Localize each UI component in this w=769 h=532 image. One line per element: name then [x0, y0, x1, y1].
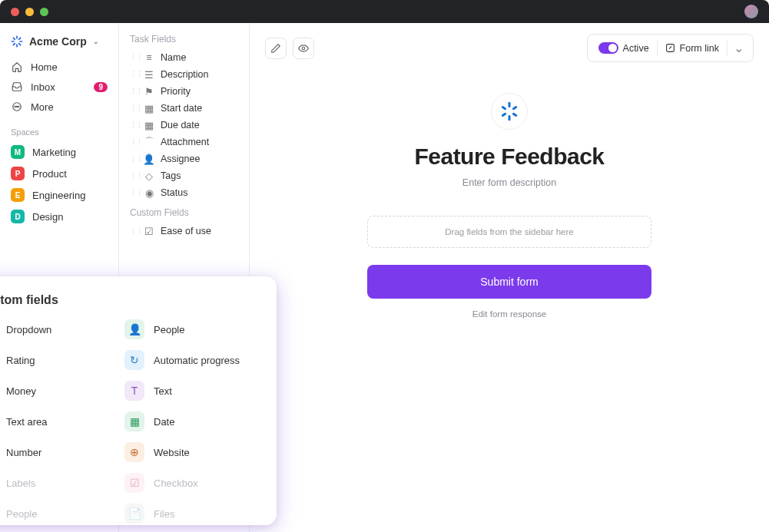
window-titlebar [0, 0, 769, 23]
cf-type-label: Rating [6, 355, 35, 366]
cf-type-date[interactable]: ▦Date [124, 410, 261, 433]
drag-handle-icon[interactable]: ⋮⋮ [130, 191, 138, 194]
field-label: Due date [161, 120, 200, 131]
edit-form-response-link[interactable]: Edit form response [348, 309, 671, 319]
field-start-date[interactable]: ⋮⋮▦Start date [122, 100, 246, 117]
nav-home[interactable]: Home [5, 57, 114, 77]
field-type-icon: ◉ [144, 187, 154, 198]
field-due-date[interactable]: ⋮⋮▦Due date [122, 117, 246, 134]
cf-type-rating[interactable]: ☆Rating [0, 349, 114, 372]
space-item-product[interactable]: PProduct [5, 163, 114, 184]
field-description[interactable]: ⋮⋮☰Description [122, 66, 246, 83]
svg-line-4 [13, 38, 15, 39]
workspace-logo-icon [11, 35, 23, 48]
field-tags[interactable]: ⋮⋮◇Tags [122, 167, 246, 184]
field-type-icon: ◇ [144, 170, 154, 181]
cf-type-people[interactable]: 👤People [124, 318, 261, 341]
field-label: Start date [161, 103, 202, 114]
form-link-button[interactable]: Form link [658, 40, 727, 57]
app-shell: Acme Corp ⌄ Home Inbox 9 More Spaces MMa… [0, 23, 769, 532]
svg-point-11 [18, 106, 19, 107]
svg-line-6 [13, 44, 15, 45]
field-assignee[interactable]: ⋮⋮👤Assignee [122, 150, 246, 167]
maximize-window-button[interactable] [40, 8, 48, 16]
nav-inbox[interactable]: Inbox 9 [5, 77, 114, 97]
drag-handle-icon[interactable]: ⋮⋮ [130, 140, 138, 144]
space-color-icon: D [11, 210, 25, 223]
cf-type-text-area[interactable]: ¶Text area [0, 410, 114, 433]
cf-type-number[interactable]: #Number [0, 441, 114, 464]
field-name[interactable]: ⋮⋮≡Name [122, 49, 246, 66]
svg-point-12 [302, 47, 305, 50]
custom-fields-header: Custom Fields [122, 207, 246, 223]
custom-fields-popover: Custom fields ▾Dropdown👤People☆Rating↻Au… [0, 276, 277, 525]
cf-type-label: Labels [6, 477, 35, 489]
space-label: Product [32, 168, 67, 180]
form-logo[interactable] [491, 93, 528, 130]
svg-point-10 [16, 106, 17, 107]
workspace-switcher[interactable]: Acme Corp ⌄ [5, 31, 114, 57]
window-controls[interactable] [11, 8, 48, 16]
form-description[interactable]: Enter form description [348, 177, 671, 188]
space-item-design[interactable]: DDesign [5, 206, 114, 227]
nav-more-label: More [31, 101, 54, 113]
more-icon [11, 101, 23, 113]
task-fields-header: Task Fields [122, 34, 246, 49]
preview-button[interactable] [293, 38, 314, 59]
space-color-icon: E [11, 188, 25, 202]
space-label: Design [32, 211, 63, 223]
cf-type-website[interactable]: ⊕Website [124, 441, 261, 464]
link-icon [665, 43, 675, 53]
cf-type-text[interactable]: TText [124, 379, 261, 402]
toolbar-right: Active Form link ⌄ [587, 34, 754, 62]
cf-type-label: Dropdown [6, 324, 51, 335]
form-link-menu-button[interactable]: ⌄ [728, 38, 750, 58]
cf-type-label: Website [154, 447, 190, 458]
cf-type-label: Text area [6, 416, 47, 428]
cf-type-icon: ⊕ [124, 442, 144, 462]
field-type-icon: ☑ [144, 226, 154, 236]
nav-more[interactable]: More [5, 97, 114, 117]
workspace-name: Acme Corp [29, 35, 87, 48]
field-ease-of-use[interactable]: ⋮⋮☑Ease of use [122, 223, 246, 240]
field-attachment[interactable]: ⋮⋮⌒Attachment [122, 134, 246, 150]
field-label: Name [161, 52, 186, 63]
drag-handle-icon[interactable]: ⋮⋮ [130, 174, 138, 177]
drag-handle-icon[interactable]: ⋮⋮ [130, 107, 138, 110]
cf-type-labels[interactable]: ◇Labels [0, 471, 114, 494]
drag-handle-icon[interactable]: ⋮⋮ [130, 157, 138, 160]
svg-line-5 [19, 44, 21, 45]
submit-form-button[interactable]: Submit form [367, 265, 651, 299]
field-dropzone[interactable]: Drag fields from the sidebar here [367, 216, 651, 248]
cf-type-people[interactable]: 👤People [0, 502, 114, 525]
drag-handle-icon[interactable]: ⋮⋮ [130, 56, 138, 59]
space-color-icon: M [11, 145, 25, 159]
space-item-engineering[interactable]: EEngineering [5, 184, 114, 206]
field-type-icon: 👤 [144, 154, 154, 164]
cf-type-files[interactable]: 📄Files [124, 502, 261, 525]
inbox-icon [11, 81, 23, 93]
cf-type-checkbox[interactable]: ☑Checkbox [124, 471, 261, 494]
drag-handle-icon[interactable]: ⋮⋮ [130, 230, 138, 233]
field-priority[interactable]: ⋮⋮⚑Priority [122, 83, 246, 100]
form-title[interactable]: Feature Feedback [348, 144, 671, 170]
space-item-marketing[interactable]: MMarketing [5, 141, 114, 163]
drag-handle-icon[interactable]: ⋮⋮ [130, 73, 138, 76]
cf-type-dropdown[interactable]: ▾Dropdown [0, 318, 114, 341]
cf-type-money[interactable]: $Money [0, 379, 114, 402]
cf-type-icon: T [124, 381, 144, 401]
minimize-window-button[interactable] [25, 8, 34, 16]
cf-type-label: Money [6, 385, 36, 397]
edit-button[interactable] [265, 38, 287, 59]
close-window-button[interactable] [11, 8, 19, 16]
field-status[interactable]: ⋮⋮◉Status [122, 184, 246, 201]
field-label: Description [161, 69, 209, 80]
field-type-icon: ⌒ [144, 137, 154, 147]
user-avatar[interactable] [744, 5, 758, 18]
cf-type-automatic-progress[interactable]: ↻Automatic progress [124, 349, 261, 372]
drag-handle-icon[interactable]: ⋮⋮ [130, 90, 138, 93]
field-label: Priority [161, 86, 191, 97]
cf-type-label: People [154, 324, 184, 335]
drag-handle-icon[interactable]: ⋮⋮ [130, 124, 138, 127]
active-toggle[interactable]: Active [591, 39, 657, 57]
